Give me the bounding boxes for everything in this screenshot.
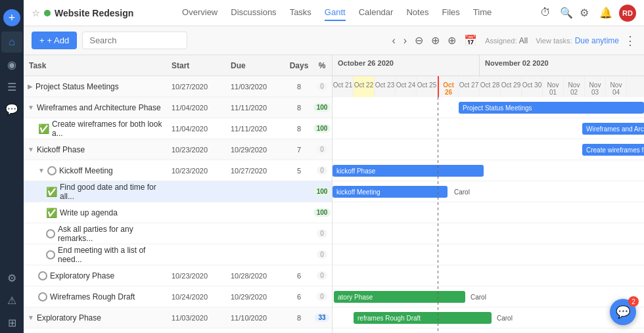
col-header-due: Due bbox=[227, 61, 286, 70]
col-header-start: Start bbox=[168, 61, 227, 70]
col-header-task: Task bbox=[24, 61, 168, 70]
table-row[interactable]: ✅ Create wireframes for both look a... 1… bbox=[24, 118, 332, 139]
table-row[interactable]: ▼ Exploratory Phase 11/03/2020 11/10/202… bbox=[24, 307, 332, 328]
gantt-header: October 26 2020 November 02 2020 Oct 21 … bbox=[333, 55, 644, 97]
task-label: Wireframes and Architecture Phase bbox=[37, 103, 161, 112]
pct-badge: 100 bbox=[313, 124, 331, 133]
task-days: 8 bbox=[286, 125, 312, 133]
gantt-row bbox=[333, 244, 644, 265]
sidebar-home-icon[interactable]: ⌂ bbox=[1, 32, 22, 53]
toolbar: + + Add ‹ › ⊖ ⊕ ⊕ 📅 Assigned: All View t… bbox=[24, 26, 644, 55]
table-row[interactable]: Ask all parties for any remarks... 0 bbox=[24, 223, 332, 244]
sidebar-global-icon[interactable]: ◉ bbox=[1, 54, 22, 75]
settings-icon[interactable]: ⚙ bbox=[580, 7, 593, 20]
task-name: ✅ Create wireframes for both look a... bbox=[24, 120, 168, 138]
table-row[interactable]: ▼ Kickoff Phase 10/23/2020 10/29/2020 7 … bbox=[24, 139, 332, 160]
task-due: 10/29/2020 bbox=[227, 146, 286, 154]
table-row[interactable]: ▼ Kickoff Meeting 10/23/2020 10/27/2020 … bbox=[24, 160, 332, 181]
expand-icon[interactable]: ▶ bbox=[28, 83, 33, 90]
gantt-bar[interactable]: kickoff Phase bbox=[333, 165, 484, 177]
sidebar-tasks-icon[interactable]: ☰ bbox=[1, 76, 22, 97]
sidebar-settings-icon[interactable]: ⚙ bbox=[1, 267, 22, 288]
gantt-month-label: October 26 2020 bbox=[333, 55, 480, 76]
task-days: 8 bbox=[286, 314, 312, 322]
table-row[interactable]: ▼ Wireframes and Architecture Phase 11/0… bbox=[24, 97, 332, 118]
task-due: 11/10/2020 bbox=[227, 314, 286, 322]
nav-center: Overview Discussions Tasks Gantt Calenda… bbox=[139, 5, 535, 21]
nav-notes[interactable]: Notes bbox=[406, 5, 428, 21]
expand-icon[interactable]: ▼ bbox=[38, 167, 45, 174]
gantt-calendar-button[interactable]: 📅 bbox=[461, 32, 480, 49]
table-row[interactable]: ✅ Brainstorm (meeting) 11/03/2020 11/05/… bbox=[24, 328, 332, 333]
assigned-value: All bbox=[519, 36, 528, 45]
add-button[interactable]: + + Add bbox=[32, 32, 77, 49]
task-name: Exploratory Phase bbox=[24, 271, 168, 280]
sidebar-add-button[interactable]: + bbox=[3, 9, 20, 26]
table-row[interactable]: Exploratory Phase 10/23/2020 10/28/2020 … bbox=[24, 265, 332, 286]
task-status-circle bbox=[46, 229, 55, 238]
gantt-row: atory Phase Carol bbox=[333, 286, 644, 307]
more-options-button[interactable]: ⋮ bbox=[624, 33, 636, 48]
gantt-bar[interactable]: Create wireframes for both look and engi… bbox=[582, 144, 644, 156]
table-row[interactable]: End meeting with a list of need... 0 bbox=[24, 244, 332, 265]
today-line bbox=[438, 97, 438, 333]
sidebar-alert-icon[interactable]: ⚠ bbox=[1, 290, 22, 311]
add-icon: + bbox=[39, 35, 45, 45]
table-row[interactable]: ▶ Project Status Meetings 10/27/2020 11/… bbox=[24, 76, 332, 97]
task-status-circle bbox=[47, 166, 57, 175]
expand-icon[interactable]: ▼ bbox=[28, 104, 34, 111]
check-icon: ✅ bbox=[38, 123, 49, 134]
nav-tasks[interactable]: Tasks bbox=[290, 5, 311, 21]
chat-bubble[interactable]: 💬 2 bbox=[610, 299, 636, 325]
table-row[interactable]: ✅ Find good date and time for all... 100 bbox=[24, 181, 332, 202]
task-start: 10/23/2020 bbox=[168, 167, 227, 175]
left-sidebar: + ⌂ ◉ ☰ 💬 ⚙ ⚠ ⊞ bbox=[0, 0, 24, 333]
task-days: 7 bbox=[286, 146, 312, 154]
user-avatar[interactable]: RD bbox=[619, 5, 636, 22]
view-tasks-value: Due anytime bbox=[575, 36, 619, 45]
pct-badge: 33 bbox=[315, 313, 329, 322]
bar-label: Wireframes and Architecture Phase bbox=[586, 125, 644, 133]
gantt-day: Oct 29 bbox=[501, 76, 522, 97]
sidebar-chat-icon[interactable]: 💬 bbox=[1, 99, 22, 120]
task-due: 11/11/2020 bbox=[227, 104, 286, 112]
search-icon[interactable]: 🔍 bbox=[560, 7, 573, 20]
nav-calendar[interactable]: Calendar bbox=[359, 5, 394, 21]
table-row[interactable]: Wireframes Rough Draft 10/24/2020 10/29/… bbox=[24, 286, 332, 307]
task-pct: 100 bbox=[312, 185, 332, 198]
gantt-fit-button[interactable]: ⊕ bbox=[445, 32, 459, 49]
gantt-bar[interactable]: Project Status Meetings bbox=[459, 102, 644, 114]
task-due: 10/27/2020 bbox=[227, 167, 286, 175]
task-name: ▼ Exploratory Phase bbox=[24, 313, 168, 322]
gantt-next-button[interactable]: › bbox=[401, 32, 409, 49]
table-row[interactable]: ✅ Write up agenda 100 bbox=[24, 202, 332, 223]
app-title: Website Redesign bbox=[55, 8, 133, 18]
bar-label: kickoff Phase bbox=[336, 167, 375, 175]
gantt-bar[interactable]: atory Phase bbox=[334, 291, 465, 303]
gantt-zoom-out-button[interactable]: ⊖ bbox=[412, 32, 426, 49]
gantt-zoom-in-button[interactable]: ⊕ bbox=[428, 32, 442, 49]
nav-gantt[interactable]: Gantt bbox=[325, 5, 346, 21]
gantt-bar[interactable]: kickoff Meeting bbox=[333, 186, 448, 198]
expand-icon[interactable]: ▼ bbox=[28, 314, 34, 321]
gantt-prev-button[interactable]: ‹ bbox=[390, 32, 398, 49]
expand-icon[interactable]: ▼ bbox=[28, 146, 34, 153]
sidebar-grid-icon[interactable]: ⊞ bbox=[1, 312, 22, 333]
search-input[interactable] bbox=[82, 32, 187, 49]
gantt-bar[interactable]: reframes Rough Draft bbox=[354, 312, 492, 324]
clock-icon[interactable]: ⏱ bbox=[540, 7, 553, 20]
nav-time[interactable]: Time bbox=[473, 5, 492, 21]
main-container: ☆ Website Redesign Overview Discussions … bbox=[24, 0, 644, 333]
bell-icon[interactable]: 🔔 bbox=[599, 7, 612, 20]
nav-files[interactable]: Files bbox=[442, 5, 459, 21]
gantt-row bbox=[333, 223, 644, 244]
task-label: End meeting with a list of need... bbox=[58, 246, 164, 264]
gantt-month-label2: November 02 2020 bbox=[480, 55, 627, 76]
task-pct: 33 bbox=[312, 311, 332, 324]
gantt-day: Nov 02 bbox=[564, 76, 585, 97]
gantt-bar[interactable]: Wireframes and Architecture Phase bbox=[582, 123, 644, 135]
nav-overview[interactable]: Overview bbox=[182, 5, 218, 21]
bar-label: Project Status Meetings bbox=[463, 104, 532, 112]
nav-discussions[interactable]: Discussions bbox=[231, 5, 276, 21]
star-icon[interactable]: ☆ bbox=[32, 8, 40, 18]
